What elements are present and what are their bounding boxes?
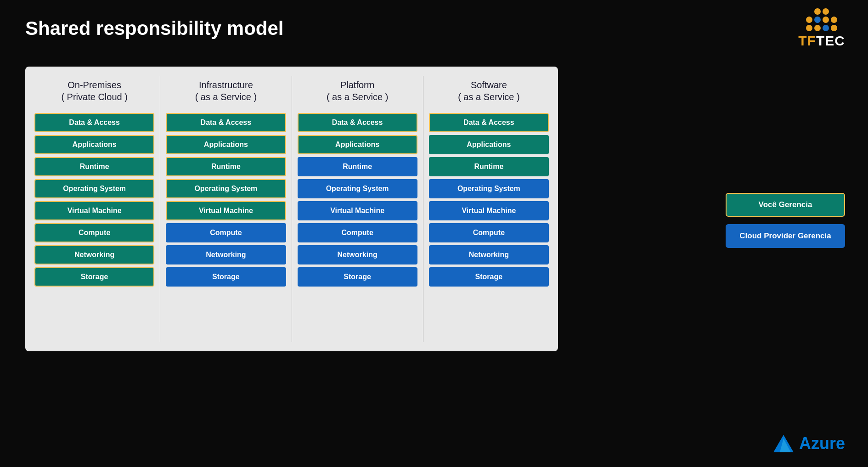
dot — [823, 25, 829, 31]
divider-2 — [292, 76, 292, 342]
dot — [814, 17, 821, 23]
iaas-data-access: Data & Access — [166, 113, 286, 132]
page-title: Shared responsibility model — [25, 17, 283, 39]
col-header-saas-line1: Software — [471, 79, 507, 91]
dot — [806, 25, 812, 31]
legend-voce-gerencia: Você Gerencia — [726, 193, 845, 217]
paas-storage: Storage — [298, 267, 417, 287]
paas-runtime: Runtime — [298, 157, 417, 176]
dot — [806, 8, 812, 15]
diagram-container: On-Premises ( Private Cloud ) Data & Acc… — [25, 67, 558, 351]
dot — [814, 8, 821, 15]
item-os: Operating System — [34, 179, 154, 198]
column-on-premises: On-Premises ( Private Cloud ) Data & Acc… — [34, 76, 154, 342]
item-compute: Compute — [34, 223, 154, 242]
items-on-premises: Data & Access Applications Runtime Opera… — [34, 113, 154, 287]
items-paas: Data & Access Applications Runtime Opera… — [298, 113, 417, 287]
tftec-brand-text: TFTEC — [798, 33, 845, 49]
saas-vm: Virtual Machine — [429, 201, 549, 220]
iaas-runtime: Runtime — [166, 157, 286, 176]
column-saas: Software ( as a Service ) Data & Access … — [429, 76, 549, 342]
tftec-logo: TFTEC — [798, 8, 845, 49]
items-iaas: Data & Access Applications Runtime Opera… — [166, 113, 286, 287]
saas-storage: Storage — [429, 267, 549, 287]
saas-networking: Networking — [429, 245, 549, 264]
azure-icon — [773, 435, 794, 452]
iaas-applications: Applications — [166, 135, 286, 154]
column-paas: Platform ( as a Service ) Data & Access … — [298, 76, 417, 342]
azure-text: Azure — [799, 434, 845, 453]
iaas-compute: Compute — [166, 223, 286, 242]
col-header-paas-line1: Platform — [340, 79, 374, 91]
col-header-saas: Software ( as a Service ) — [458, 76, 519, 106]
col-header-on-premises: On-Premises ( Private Cloud ) — [61, 76, 128, 106]
items-saas: Data & Access Applications Runtime Opera… — [429, 113, 549, 287]
legend-cloud-provider: Cloud Provider Gerencia — [726, 224, 845, 248]
item-storage: Storage — [34, 267, 154, 287]
paas-compute: Compute — [298, 223, 417, 242]
divider-1 — [160, 76, 160, 342]
paas-networking: Networking — [298, 245, 417, 264]
iaas-os: Operating System — [166, 179, 286, 198]
col-header-iaas: Infrastructure ( as a Service ) — [195, 76, 257, 106]
column-iaas: Infrastructure ( as a Service ) Data & A… — [166, 76, 286, 342]
item-runtime: Runtime — [34, 157, 154, 176]
col-header-line2: ( Private Cloud ) — [61, 91, 128, 103]
saas-runtime: Runtime — [429, 157, 549, 176]
iaas-vm: Virtual Machine — [166, 201, 286, 220]
dot — [814, 25, 821, 31]
item-networking: Networking — [34, 245, 154, 264]
dot — [823, 17, 829, 23]
paas-data-access: Data & Access — [298, 113, 417, 132]
saas-os: Operating System — [429, 179, 549, 198]
col-header-paas-line2: ( as a Service ) — [327, 91, 388, 103]
paas-applications: Applications — [298, 135, 417, 154]
col-header-line1: On-Premises — [68, 79, 121, 91]
dot — [831, 25, 837, 31]
iaas-networking: Networking — [166, 245, 286, 264]
dot — [831, 8, 837, 15]
saas-applications: Applications — [429, 135, 549, 154]
item-data-access: Data & Access — [34, 113, 154, 132]
legend: Você Gerencia Cloud Provider Gerencia — [726, 193, 845, 248]
paas-os: Operating System — [298, 179, 417, 198]
item-applications: Applications — [34, 135, 154, 154]
paas-vm: Virtual Machine — [298, 201, 417, 220]
item-vm: Virtual Machine — [34, 201, 154, 220]
saas-data-access: Data & Access — [429, 113, 549, 132]
col-header-paas: Platform ( as a Service ) — [327, 76, 388, 106]
col-header-iaas-line2: ( as a Service ) — [195, 91, 257, 103]
divider-3 — [423, 76, 423, 342]
tftec-dots-grid — [806, 8, 837, 31]
iaas-storage: Storage — [166, 267, 286, 287]
dot — [823, 8, 829, 15]
col-header-iaas-line1: Infrastructure — [199, 79, 253, 91]
dot — [831, 17, 837, 23]
dot — [806, 17, 812, 23]
tftec-tf: TF — [798, 33, 816, 48]
col-header-saas-line2: ( as a Service ) — [458, 91, 519, 103]
saas-compute: Compute — [429, 223, 549, 242]
azure-logo: Azure — [773, 434, 845, 453]
